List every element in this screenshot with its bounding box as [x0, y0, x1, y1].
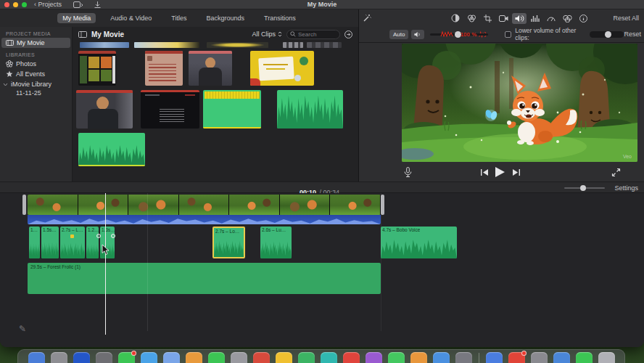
keyframe-dot[interactable] [111, 234, 115, 238]
crop-icon[interactable] [479, 15, 495, 23]
tab-transitions[interactable]: Transitions [259, 13, 301, 23]
search-field[interactable] [286, 30, 340, 39]
keyframe-dot[interactable] [96, 234, 101, 238]
dock-app-icon[interactable] [276, 352, 292, 363]
clip-zoom-slider[interactable] [564, 187, 605, 189]
next-frame-button[interactable] [513, 169, 520, 176]
dock-app-icon[interactable] [28, 352, 45, 363]
draw-pencil-icon[interactable]: ✎ [19, 324, 26, 334]
clip-zoom-knob[interactable] [580, 185, 586, 191]
search-input[interactable] [298, 31, 336, 38]
clip-filmstrip-sliver[interactable] [80, 42, 129, 48]
sidebar-item-all-events[interactable]: All Events [0, 69, 72, 79]
clip-filmstrip-sliver[interactable] [283, 42, 303, 48]
viewer-preview[interactable]: Veo [402, 44, 637, 162]
sidebar-item-my-movie[interactable]: My Movie [1, 38, 70, 48]
dock-app-icon[interactable] [186, 352, 202, 363]
zoom-window-button[interactable] [22, 2, 27, 7]
media-thumb-audio-yellow[interactable] [203, 90, 261, 129]
audio-clip[interactable]: 1.2… [86, 227, 99, 258]
tab-audio-video[interactable]: Audio & Video [105, 13, 157, 23]
dock-app-icon[interactable] [298, 352, 315, 363]
voiceover-mic-icon[interactable] [404, 167, 412, 178]
share-export-icon[interactable] [73, 1, 83, 8]
enhance-wand-icon[interactable] [363, 14, 371, 23]
dock-app-icon[interactable] [321, 352, 337, 363]
clip-filter-icon[interactable] [559, 15, 575, 23]
video-clip-audio-track[interactable] [28, 215, 381, 224]
media-thumb-presenter[interactable] [189, 51, 232, 86]
dock-app-icon[interactable] [388, 352, 405, 363]
tab-backgrounds[interactable]: Backgrounds [201, 13, 249, 23]
dock-app-icon[interactable] [253, 352, 270, 363]
dock-app-icon[interactable] [118, 352, 135, 363]
media-thumb-presenter-2[interactable] [76, 90, 133, 129]
dock-app-icon[interactable] [576, 352, 593, 363]
audio-clip-bobo-voice[interactable]: 4.7s – Bobo Voice [381, 227, 457, 258]
fullscreen-expand-icon[interactable] [611, 168, 621, 177]
timeline-settings-button[interactable]: Settings [614, 184, 638, 192]
media-thumb-browser-grid[interactable] [78, 51, 116, 86]
dock-app-icon[interactable] [96, 352, 112, 363]
dock-app-icon[interactable] [455, 352, 472, 363]
audio-clip[interactable]: 2.7s – L… [60, 227, 85, 258]
dock-app-icon[interactable] [163, 352, 180, 363]
close-window-button[interactable] [4, 2, 9, 7]
dock-app-icon[interactable] [433, 352, 450, 363]
dock-app-icon[interactable] [343, 352, 360, 363]
dock-app-icon[interactable] [531, 352, 548, 363]
media-thumb-dark-screen[interactable] [141, 90, 199, 129]
minimize-window-button[interactable] [13, 2, 18, 7]
reset-all-button[interactable]: Reset All [613, 15, 639, 22]
circled-arrow-icon[interactable] [344, 30, 352, 38]
dock-app-icon[interactable] [141, 352, 157, 363]
mute-button[interactable] [411, 30, 424, 39]
media-thumb-notes-doc[interactable] [145, 51, 183, 86]
clip-info-icon[interactable] [575, 15, 591, 23]
panel-toggle-icon[interactable] [78, 31, 87, 38]
media-thumb-audio-green[interactable] [277, 90, 343, 129]
all-clips-filter[interactable]: All Clips [252, 30, 282, 38]
dock-app-icon[interactable] [508, 352, 525, 363]
media-thumb-audio-clip[interactable] [78, 133, 145, 166]
color-balance-icon[interactable] [447, 14, 463, 23]
reset-button[interactable]: Reset [624, 30, 641, 38]
dock-app-icon[interactable] [51, 352, 67, 363]
play-button[interactable] [495, 167, 505, 177]
dock-app-icon[interactable] [598, 352, 615, 363]
audio-clip[interactable]: 2.6s – Lu… [260, 227, 292, 258]
tab-titles[interactable]: Titles [166, 13, 191, 23]
lower-volume-checkbox[interactable] [505, 31, 511, 38]
video-clip-filmstrip[interactable] [28, 195, 381, 215]
back-to-projects-button[interactable]: ‹ Projects [34, 1, 62, 8]
clip-filmstrip-sliver[interactable] [307, 42, 342, 48]
dock-app-icon[interactable] [410, 352, 427, 363]
audio-clip[interactable]: 1.5s… [41, 227, 59, 258]
lower-volume-slider[interactable] [590, 31, 624, 38]
dock-app-icon[interactable] [231, 352, 247, 363]
color-correction-icon[interactable] [463, 15, 479, 23]
audio-clip-selected[interactable]: 2.7s – Lo… [212, 227, 245, 258]
noise-reduction-eq-icon[interactable] [527, 15, 543, 22]
sidebar-item-imovie-library[interactable]: iMovie Library [0, 79, 72, 89]
tab-my-media[interactable]: My Media [57, 13, 96, 23]
dock-app-icon[interactable] [553, 352, 570, 363]
volume-tool-icon[interactable] [512, 13, 527, 24]
audio-clip[interactable]: 1… [29, 227, 40, 258]
playhead[interactable] [105, 193, 106, 335]
lower-volume-knob[interactable] [605, 31, 611, 38]
dock-app-icon[interactable] [366, 352, 382, 363]
volume-slider[interactable] [430, 33, 487, 36]
trim-handle-left[interactable] [22, 195, 26, 215]
speed-icon[interactable] [543, 15, 559, 22]
dock-app-icon[interactable] [73, 352, 90, 363]
sidebar-item-photos[interactable]: Photos [0, 59, 72, 69]
clip-filmstrip-sliver[interactable] [207, 42, 268, 48]
stabilization-icon[interactable] [495, 15, 511, 22]
background-music-clip[interactable]: 29.5s – Forest Frolic (1) [28, 263, 381, 294]
previous-frame-button[interactable] [481, 169, 488, 176]
media-thumb-promo-card[interactable] [250, 51, 314, 86]
auto-volume-button[interactable]: Auto [389, 30, 408, 39]
import-media-icon[interactable] [94, 1, 101, 8]
dock-app-icon[interactable] [208, 352, 225, 363]
